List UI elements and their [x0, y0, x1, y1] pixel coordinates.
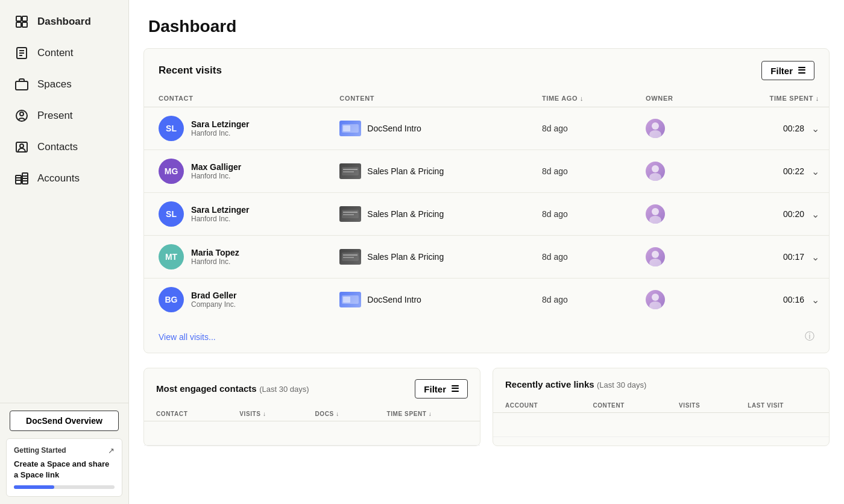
time-spent-value: 00:28	[783, 124, 804, 133]
table-row: BG Brad Geller Company Inc. DocSend Intr…	[144, 279, 829, 321]
svg-rect-36	[343, 257, 354, 258]
contact-name: Brad Geller	[191, 291, 236, 300]
time-spent-value: 00:22	[783, 166, 804, 176]
contact-name: Maria Topez	[191, 248, 239, 257]
sidebar-item-present[interactable]: Present	[0, 100, 128, 131]
chevron-down-icon[interactable]: ⌄	[811, 294, 819, 306]
table-row: SL Sara Letzinger Hanford Inc. DocSend I…	[144, 107, 829, 150]
view-all-link[interactable]: View all visits...	[159, 332, 216, 342]
sidebar-nav: Dashboard Content Spaces P	[0, 0, 128, 403]
time-ago-cell: 8d ago	[528, 150, 631, 193]
recently-active-title-group: Recently active links (Last 30 days)	[505, 379, 646, 390]
contact-name: Sara Letzinger	[191, 119, 249, 129]
content-cell: DocSend Intro	[339, 292, 518, 307]
time-spent-value: 00:16	[783, 295, 804, 304]
svg-point-38	[649, 259, 661, 266]
contacts-icon	[14, 140, 29, 154]
time-spent-value: 00:17	[783, 252, 804, 262]
svg-rect-26	[343, 171, 354, 172]
content-cell: DocSend Intro	[339, 121, 518, 136]
ra-col-last-visit: LAST VISIT	[735, 398, 829, 413]
sidebar-label-dashboard: Dashboard	[37, 16, 91, 28]
sort-arrow-time-ago: ↓	[580, 95, 584, 102]
page-title: Dashboard	[148, 17, 825, 36]
view-all-row: View all visits... ⓘ	[144, 321, 829, 353]
progress-bar-fill	[14, 485, 54, 489]
sidebar-item-dashboard[interactable]: Dashboard	[0, 6, 128, 37]
content-name: Sales Plan & Pricing	[367, 166, 444, 176]
time-spent-cell: 00:28 ⌄	[727, 123, 819, 134]
svg-rect-35	[343, 254, 357, 256]
contact-company: Hanford Inc.	[191, 129, 249, 137]
filter-button[interactable]: Filter ☰	[761, 61, 814, 80]
most-engaged-filter-button[interactable]: Filter ☰	[415, 379, 468, 398]
doc-thumbnail	[339, 163, 361, 179]
contact-company: Hanford Inc.	[191, 257, 239, 266]
svg-point-27	[652, 165, 659, 172]
owner-avatar-img	[646, 204, 665, 224]
svg-point-22	[652, 122, 659, 130]
chevron-down-icon[interactable]: ⌄	[811, 209, 819, 220]
recent-visits-title: Recent visits	[159, 65, 222, 77]
time-spent-cell: 00:17 ⌄	[727, 251, 819, 263]
contact-company: Company Inc.	[191, 300, 236, 309]
external-link-icon[interactable]: ↗	[108, 446, 115, 455]
accounts-icon	[14, 171, 29, 186]
contact-cell: MG Max Galliger Hanford Inc.	[159, 159, 315, 184]
content-name: Sales Plan & Pricing	[367, 252, 444, 262]
owner-avatar-img	[646, 290, 665, 309]
time-ago-cell: 8d ago	[528, 279, 631, 321]
svg-point-42	[649, 301, 661, 309]
svg-rect-8	[16, 81, 28, 90]
sidebar-item-accounts[interactable]: Accounts	[0, 163, 128, 194]
doc-thumbnail	[339, 249, 361, 265]
contact-company: Hanford Inc.	[191, 215, 249, 223]
owner-avatar	[646, 247, 665, 266]
bottom-row: Most engaged contacts (Last 30 days) Fil…	[143, 368, 830, 446]
avatar: SL	[159, 201, 184, 227]
contact-cell: SL Sara Letzinger Hanford Inc.	[159, 201, 315, 227]
chevron-down-icon[interactable]: ⌄	[811, 166, 819, 177]
owner-avatar	[646, 119, 665, 138]
most-engaged-title: Most engaged contacts (Last 30 days)	[156, 383, 309, 394]
svg-point-28	[649, 173, 661, 181]
chevron-down-icon[interactable]: ⌄	[811, 123, 819, 134]
content-name: Sales Plan & Pricing	[367, 209, 444, 219]
recently-active-header: Recently active links (Last 30 days)	[493, 368, 829, 398]
sidebar-label-spaces: Spaces	[37, 78, 72, 90]
card-header: Recent visits Filter ☰	[144, 49, 829, 90]
spaces-icon	[14, 77, 29, 92]
filter-label: Filter	[770, 66, 793, 76]
most-engaged-header: Most engaged contacts (Last 30 days) Fil…	[144, 368, 480, 407]
time-spent-cell: 00:16 ⌄	[727, 294, 819, 306]
sidebar-item-spaces[interactable]: Spaces	[0, 69, 128, 100]
info-icon: ⓘ	[805, 330, 814, 343]
getting-started-title: Getting Started	[14, 446, 66, 455]
time-ago-cell: 8d ago	[528, 107, 631, 150]
chevron-down-icon[interactable]: ⌄	[811, 251, 819, 263]
col-time-spent: TIME SPENT ↓	[713, 90, 829, 107]
owner-avatar-img	[646, 162, 665, 181]
sidebar-label-accounts: Accounts	[37, 172, 80, 184]
svg-point-37	[652, 251, 659, 258]
content-name: DocSend Intro	[367, 124, 421, 133]
contact-name: Max Galliger	[191, 162, 241, 172]
content-name: DocSend Intro	[367, 295, 421, 304]
getting-started-card: Getting Started ↗ Create a Space and sha…	[6, 438, 122, 497]
getting-started-header: Getting Started ↗	[14, 446, 115, 455]
time-spent-cell: 00:22 ⌄	[727, 166, 819, 177]
avatar: MT	[159, 244, 184, 269]
svg-rect-2	[16, 22, 21, 27]
present-icon	[14, 109, 29, 123]
main-header: Dashboard	[129, 0, 844, 48]
recent-visits-card: Recent visits Filter ☰ CONTACT CONTENT T…	[143, 48, 830, 353]
avatar: SL	[159, 116, 184, 141]
sidebar-item-contacts[interactable]: Contacts	[0, 131, 128, 163]
contact-company: Hanford Inc.	[191, 172, 241, 180]
sidebar-item-content[interactable]: Content	[0, 37, 128, 69]
svg-rect-21	[343, 125, 350, 131]
most-engaged-table: CONTACT VISITS ↓ DOCS ↓ TIME SPENT ↓	[144, 407, 480, 446]
sidebar: Dashboard Content Spaces P	[0, 0, 129, 504]
doc-thumbnail	[339, 206, 361, 222]
docsend-overview-button[interactable]: DocSend Overview	[10, 411, 119, 431]
